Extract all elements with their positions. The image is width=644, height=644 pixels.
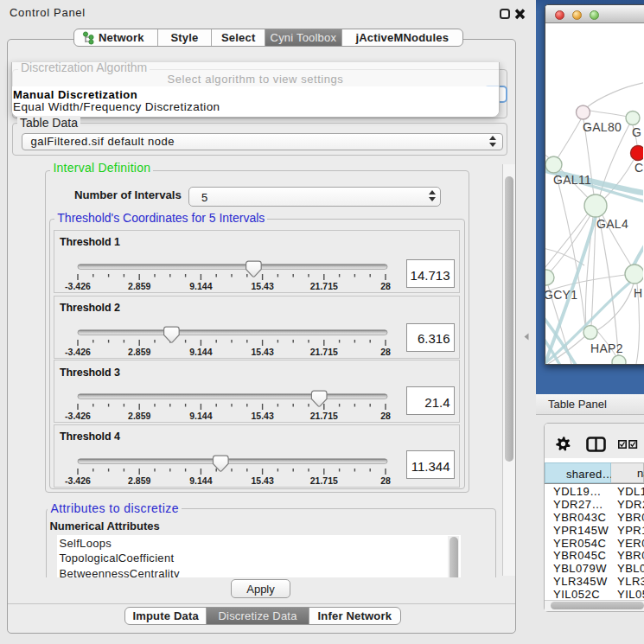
- svg-text:21.715: 21.715: [310, 475, 338, 486]
- svg-text:9.144: 9.144: [189, 411, 212, 421]
- svg-text:-3.426: -3.426: [65, 411, 91, 421]
- svg-text:21.715: 21.715: [310, 347, 338, 357]
- svg-text:HAP2: HAP2: [590, 341, 623, 355]
- svg-text:G: G: [632, 125, 641, 139]
- svg-text:15.43: 15.43: [251, 411, 273, 421]
- svg-text:15.43: 15.43: [251, 347, 273, 357]
- svg-text:H: H: [634, 286, 642, 300]
- svg-text:28: 28: [380, 281, 391, 291]
- svg-text:2.859: 2.859: [128, 475, 150, 486]
- svg-text:GAL11: GAL11: [553, 173, 591, 187]
- svg-text:GCY1: GCY1: [545, 288, 577, 302]
- svg-text:2.859: 2.859: [128, 411, 150, 421]
- svg-text:15.43: 15.43: [251, 281, 273, 291]
- svg-text:-3.426: -3.426: [65, 281, 91, 291]
- svg-text:2.859: 2.859: [128, 347, 150, 357]
- svg-text:GAL80: GAL80: [583, 120, 622, 134]
- svg-text:28: 28: [380, 475, 391, 486]
- svg-text:C: C: [634, 161, 643, 175]
- svg-text:28: 28: [380, 411, 391, 421]
- svg-text:9.144: 9.144: [189, 475, 212, 486]
- svg-text:28: 28: [380, 347, 391, 357]
- svg-text:9.144: 9.144: [189, 347, 212, 357]
- svg-text:-3.426: -3.426: [65, 347, 91, 357]
- svg-text:2.859: 2.859: [128, 281, 150, 291]
- svg-text:GAL4: GAL4: [596, 217, 628, 231]
- svg-text:21.715: 21.715: [310, 281, 338, 291]
- svg-text:-3.426: -3.426: [65, 475, 91, 486]
- svg-text:9.144: 9.144: [189, 281, 212, 291]
- svg-text:21.715: 21.715: [310, 411, 338, 421]
- svg-text:15.43: 15.43: [251, 475, 273, 486]
